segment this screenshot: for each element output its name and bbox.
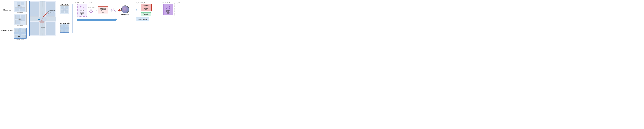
- arrow-to-predictor: →: [139, 13, 140, 15]
- svg-line-87: [167, 7, 168, 8]
- distribution-visual: [109, 7, 117, 13]
- old-locations-label: Old Locations: [2, 9, 13, 11]
- current-predictor-label: Current Predictor: [14, 39, 27, 40]
- svg-rect-24: [18, 36, 20, 37]
- svg-text:Observations: Observations: [49, 12, 56, 14]
- loc-section: Old Locations Current Loc: [60, 2, 70, 33]
- left-section: Old Locations Current Location: [2, 1, 56, 39]
- svg-rect-21: [22, 29, 26, 32]
- current-loc-item: Current Location: [60, 22, 70, 33]
- step2-label-text: Step II: Training Phase: [136, 2, 148, 4]
- svg-rect-22: [16, 35, 18, 38]
- svg-point-25: [18, 37, 19, 37]
- svg-point-41: [38, 20, 38, 20]
- predictor-box: Predictor: [141, 12, 151, 16]
- svg-text:References: References: [49, 10, 55, 11]
- arrow-to-cgm-new: →: [139, 7, 140, 8]
- svg-rect-62: [64, 24, 66, 32]
- step2-content: ↑ → Conditional Generative Memory New: [136, 4, 160, 21]
- svg-rect-23: [22, 35, 26, 38]
- svg-rect-30: [30, 2, 39, 16]
- svg-rect-33: [46, 22, 55, 35]
- diagram-wrapper: Old Locations Current Loc: [60, 1, 200, 33]
- initial-graph-label: Initial Graph: [88, 7, 94, 8]
- step1-label-text: Step I: Generate Training Data Phase: [75, 2, 94, 4]
- svg-rect-64: [66, 25, 68, 27]
- mixed-dataset-circle: [121, 6, 129, 13]
- old-predictor-label-2: Old Predictor: [14, 25, 27, 26]
- current-location-thumb: [14, 28, 26, 39]
- step1-phase-box: Step I: Generate Training Data Phase →: [74, 2, 134, 22]
- svg-point-71: [80, 6, 81, 7]
- svg-rect-66: [66, 30, 68, 32]
- svg-line-72: [81, 7, 82, 8]
- step3-label: Step III: New Episodic Memory Phase: [162, 2, 182, 4]
- svg-point-7: [18, 6, 19, 6]
- episodic-buffer-new-box: Episodic Memory Buffer New: [163, 4, 173, 15]
- current-dataset-box: Current Dataset: [136, 18, 149, 21]
- step1-top-flow: →: [75, 4, 133, 16]
- svg-point-59: [63, 8, 66, 11]
- cg-memory-new-label: Conditional Generative Memory New: [142, 5, 150, 10]
- svg-line-73: [82, 7, 83, 8]
- svg-rect-63: [60, 25, 63, 27]
- svg-rect-65: [60, 30, 63, 32]
- svg-line-79: [90, 10, 91, 11]
- big-blue-arrow-step1: [77, 18, 118, 22]
- current-dataset-label: Current Dataset: [138, 19, 148, 20]
- cg-memory-old-label: Conditional Generative Memory Old: [99, 8, 107, 13]
- svg-line-82: [90, 11, 91, 12]
- episodic-buffer-old-box: Episodic Memory Buffer Old: [77, 4, 87, 16]
- svg-rect-3: [15, 8, 19, 11]
- arrow-to-cgm: →: [95, 9, 97, 11]
- step2-label: Step II: Training Phase: [136, 2, 148, 4]
- diagram-blue-line: [72, 4, 72, 33]
- mixed-dataset-col: Mixed Dataset: [121, 6, 129, 15]
- svg-point-8: [20, 6, 20, 6]
- episodic-buffer-new-label: Episodic Memory Buffer New: [166, 10, 170, 14]
- step2-right-boxes: → Conditional Generative Memory New → Pr…: [139, 4, 152, 16]
- step2-predictor-row: → Predictor: [139, 12, 152, 16]
- diagram-current-loc-thumb: [60, 24, 69, 33]
- old-location-thumb-2: [14, 14, 26, 25]
- diagram-old-locations-label: Old Locations: [60, 4, 70, 5]
- big-red-arrow: ➜: [118, 8, 121, 13]
- main-container: Old Locations Current Location: [0, 0, 201, 40]
- step1-label: Step I: Generate Training Data Phase: [75, 2, 94, 4]
- old-location-thumb-1: [14, 1, 26, 12]
- svg-point-15: [19, 20, 19, 20]
- blue-up-arrow: ↑: [136, 8, 137, 12]
- main-map: References Observations Predictions: [29, 1, 56, 36]
- wave-svg: [109, 7, 117, 13]
- old-predictor-label-1: Old Predictor: [14, 12, 27, 13]
- svg-rect-32: [30, 22, 39, 35]
- diagram-section: Old Locations Current Loc: [60, 1, 200, 39]
- svg-point-42: [39, 20, 40, 20]
- flow-arrows-left: →: [75, 9, 77, 11]
- svg-line-88: [168, 7, 169, 8]
- svg-point-38: [43, 17, 43, 18]
- buffer-new-graph: [166, 6, 171, 10]
- diagram-current-location-label: Current Location: [60, 22, 70, 24]
- cg-memory-new-box: Conditional Generative Memory New: [141, 4, 152, 11]
- svg-line-80: [91, 10, 92, 12]
- arrow-right-1: →: [75, 9, 77, 11]
- left-labels: Old Locations Current Location: [2, 1, 13, 39]
- diagram-old-loc-thumb: [60, 6, 69, 14]
- step3-phase-box: Step III: New Episodic Memory Phase: [162, 2, 175, 16]
- step2-phase-box: Step II: Training Phase ↑ → Conditional …: [135, 2, 161, 22]
- blue-vertical-line: [28, 20, 28, 39]
- svg-rect-10: [15, 15, 20, 18]
- svg-line-74: [83, 6, 84, 8]
- current-loc-arrow: →: [75, 19, 77, 21]
- cg-memory-old-box: Conditional Generative Memory Old: [98, 6, 108, 14]
- svg-point-43: [39, 20, 44, 23]
- step2-cgm-row: → Conditional Generative Memory New: [139, 4, 152, 11]
- svg-point-16: [20, 20, 20, 20]
- mixed-dataset-label: Mixed Dataset: [122, 14, 129, 15]
- old-loc-item: Old Locations: [60, 4, 70, 14]
- svg-point-39: [44, 17, 44, 18]
- svg-point-26: [20, 37, 20, 37]
- svg-text:Predictions: Predictions: [40, 26, 45, 28]
- step2-top: ↑ → Conditional Generative Memory New: [136, 4, 152, 16]
